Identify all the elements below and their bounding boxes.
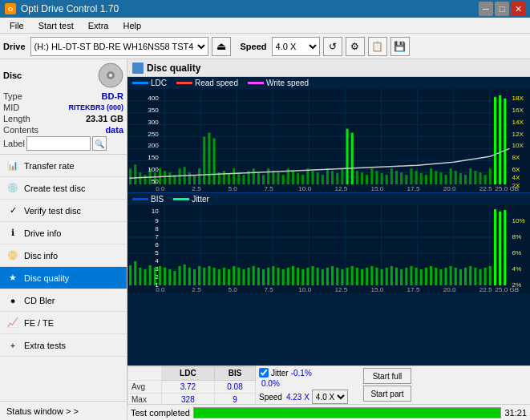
- svg-rect-85: [444, 175, 447, 184]
- svg-rect-164: [242, 269, 245, 285]
- menu-file[interactable]: File: [3, 19, 30, 32]
- status-text: Test completed: [131, 408, 190, 418]
- drive-label: Drive: [3, 42, 26, 51]
- svg-rect-204: [439, 269, 442, 285]
- svg-rect-208: [459, 269, 462, 285]
- svg-rect-149: [168, 269, 171, 285]
- ldc-legend-label: LDC: [151, 79, 167, 87]
- svg-rect-73: [386, 175, 388, 184]
- start-full-button[interactable]: Start full: [363, 368, 411, 384]
- svg-text:2.5: 2.5: [192, 185, 201, 192]
- copy-button[interactable]: 📋: [368, 37, 387, 56]
- extra-tests-icon: +: [6, 339, 19, 352]
- nav-extra-tests[interactable]: + Extra tests: [0, 334, 127, 357]
- svg-rect-96: [499, 95, 501, 184]
- nav-disc-info[interactable]: 📀 Disc info: [0, 244, 127, 267]
- disc-section: Disc Type BD-R MID RITEKBR3 (000) Length…: [0, 59, 127, 155]
- svg-rect-193: [386, 268, 388, 285]
- svg-rect-29: [168, 172, 171, 184]
- svg-rect-24: [144, 175, 146, 184]
- menu-help[interactable]: Help: [116, 19, 148, 32]
- nav-create-test-disc[interactable]: 💿 Create test disc: [0, 177, 127, 200]
- svg-rect-155: [198, 266, 200, 285]
- svg-text:6X: 6X: [512, 166, 520, 173]
- start-part-button[interactable]: Start part: [363, 386, 411, 402]
- svg-rect-195: [395, 268, 398, 285]
- eject-button[interactable]: ⏏: [212, 37, 231, 56]
- chart-header-icon: [132, 63, 144, 74]
- speed-stat-select[interactable]: 4.0 X: [312, 390, 348, 404]
- svg-rect-191: [375, 268, 378, 285]
- progress-bar-container: [193, 407, 501, 418]
- jitter-checkbox[interactable]: [259, 368, 269, 378]
- menu-extra[interactable]: Extra: [82, 19, 115, 32]
- svg-rect-151: [179, 266, 181, 285]
- svg-rect-186: [351, 266, 354, 285]
- speed-stat-label: Speed: [259, 393, 282, 402]
- svg-rect-163: [237, 268, 240, 285]
- svg-rect-207: [455, 268, 457, 285]
- svg-text:4%: 4%: [512, 265, 521, 273]
- svg-text:50: 50: [152, 178, 160, 185]
- top-chart-legend: LDC Read speed Write speed: [127, 77, 530, 89]
- svg-text:10.0: 10.0: [298, 286, 311, 293]
- label-label: Label: [3, 139, 25, 148]
- svg-rect-80: [420, 173, 423, 184]
- svg-rect-175: [297, 268, 299, 285]
- status-window-button[interactable]: Status window > >: [0, 401, 127, 420]
- speed-label: Speed: [241, 42, 267, 51]
- toolbar: Drive (H:) HL-DT-ST BD-RE WH16NS58 TST4 …: [0, 34, 530, 59]
- nav-transfer-rate[interactable]: 📊 Transfer rate: [0, 155, 127, 177]
- bis-legend-color: [132, 198, 148, 200]
- svg-rect-162: [233, 266, 235, 285]
- svg-text:12X: 12X: [512, 131, 524, 138]
- svg-rect-183: [336, 268, 338, 285]
- close-button[interactable]: ✕: [511, 2, 525, 16]
- svg-rect-171: [277, 268, 279, 285]
- nav-cd-bler[interactable]: ● CD Bler: [0, 289, 127, 312]
- svg-rect-44: [242, 175, 245, 184]
- svg-rect-40: [223, 171, 225, 184]
- svg-rect-142: [134, 261, 136, 285]
- label-input[interactable]: [26, 136, 91, 151]
- minimize-button[interactable]: ─: [479, 2, 493, 16]
- nav-disc-quality[interactable]: ★ Disc quality: [0, 267, 127, 289]
- svg-rect-210: [469, 266, 471, 285]
- bottom-chart: 10 9 8 7 6 5 4 3 2 1 10% 8% 6% 4% 2%: [127, 205, 530, 293]
- svg-text:5.0: 5.0: [228, 185, 237, 192]
- svg-rect-165: [248, 268, 250, 285]
- svg-rect-188: [361, 269, 363, 285]
- svg-rect-173: [287, 268, 289, 285]
- svg-rect-159: [218, 269, 220, 285]
- svg-text:7.5: 7.5: [265, 286, 274, 293]
- chart-title: Disc quality: [147, 63, 200, 74]
- bottom-status-bar: Test completed 31:21: [127, 404, 530, 420]
- svg-text:10X: 10X: [512, 143, 524, 150]
- time-text: 31:21: [504, 408, 527, 418]
- menu-start-test[interactable]: Start test: [32, 19, 80, 32]
- svg-rect-56: [301, 175, 304, 184]
- speed-select[interactable]: 4.0 X: [272, 37, 320, 56]
- nav-fe-te[interactable]: 📈 FE / TE: [0, 312, 127, 334]
- label-search-button[interactable]: 🔍: [92, 136, 107, 151]
- svg-text:7.5: 7.5: [265, 185, 274, 192]
- nav-drive-info[interactable]: ℹ Drive info: [0, 222, 127, 244]
- svg-rect-156: [203, 268, 205, 285]
- maximize-button[interactable]: □: [495, 2, 509, 16]
- refresh-button[interactable]: ↺: [323, 37, 342, 56]
- drive-select[interactable]: (H:) HL-DT-ST BD-RE WH16NS58 TST4: [30, 37, 208, 56]
- svg-text:8%: 8%: [512, 233, 521, 240]
- save-button[interactable]: 💾: [390, 37, 410, 56]
- nav-verify-test-disc[interactable]: ✓ Verify test disc: [0, 200, 127, 222]
- svg-rect-94: [489, 168, 492, 184]
- svg-rect-92: [479, 172, 481, 184]
- progress-bar-fill: [194, 408, 500, 418]
- verify-test-disc-icon: ✓: [6, 204, 19, 217]
- right-panel: Disc quality LDC Read speed Write speed: [127, 59, 530, 420]
- svg-text:5.0: 5.0: [228, 286, 237, 293]
- svg-rect-217: [504, 210, 506, 285]
- jitter-label: Jitter: [271, 369, 289, 378]
- settings-button[interactable]: ⚙: [346, 37, 365, 56]
- svg-rect-216: [499, 212, 501, 285]
- svg-rect-49: [267, 168, 269, 184]
